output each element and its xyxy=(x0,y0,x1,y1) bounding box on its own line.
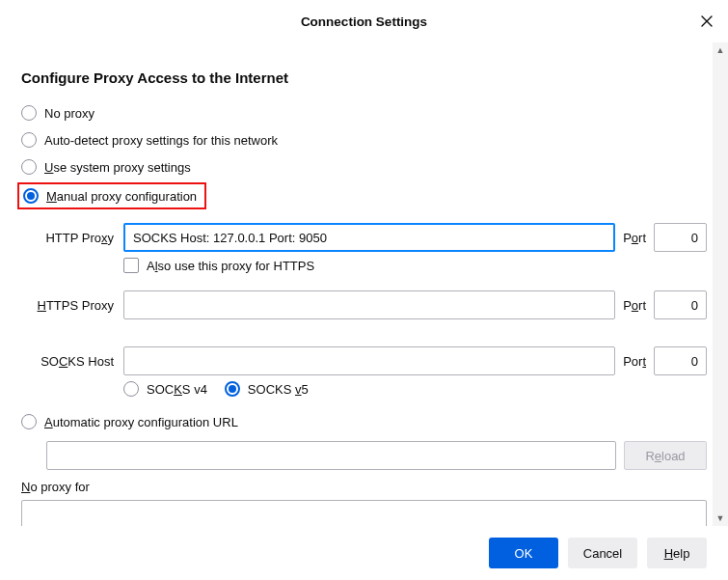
checkbox-icon xyxy=(123,258,139,273)
also-use-https-label: Also use this proxy for HTTPS xyxy=(147,259,314,273)
https-proxy-row: HTTPS Proxy Port xyxy=(21,290,707,319)
close-icon xyxy=(700,14,714,28)
ok-button[interactable]: OK xyxy=(489,538,558,568)
section-heading: Configure Proxy Access to the Internet xyxy=(21,69,707,86)
http-port-label: Port xyxy=(623,231,646,245)
socks-port-label: Port xyxy=(623,354,646,369)
mode-radio-auto-detect[interactable]: Auto-detect proxy settings for this netw… xyxy=(21,126,707,153)
pac-url-row: Reload xyxy=(46,441,707,470)
radio-icon-checked xyxy=(225,381,240,397)
reload-button[interactable]: Reload xyxy=(624,441,707,470)
radio-label: SOCKS v5 xyxy=(248,382,309,397)
help-button[interactable]: Help xyxy=(647,538,707,568)
socks-v4-radio[interactable]: SOCKS v4 xyxy=(123,381,207,397)
radio-icon xyxy=(21,105,37,121)
radio-label: Manual proxy configuration xyxy=(46,189,197,204)
radio-icon-checked xyxy=(23,188,39,204)
http-proxy-input[interactable] xyxy=(123,223,615,252)
radio-label: No proxy xyxy=(44,106,94,121)
http-port-input[interactable] xyxy=(654,223,707,252)
close-button[interactable] xyxy=(695,10,718,33)
no-proxy-for-label: No proxy for xyxy=(21,480,707,494)
https-proxy-input[interactable] xyxy=(123,290,615,319)
mode-radio-manual-highlight: Manual proxy configuration xyxy=(17,182,206,209)
http-proxy-label: HTTP Proxy xyxy=(21,231,116,245)
socks-host-row: SOCKS Host Port xyxy=(21,346,707,375)
https-proxy-label: HTTPS Proxy xyxy=(21,298,116,313)
http-proxy-row: HTTP Proxy Port xyxy=(21,223,707,252)
socks-v5-radio[interactable]: SOCKS v5 xyxy=(225,381,309,397)
radio-label: SOCKS v4 xyxy=(147,382,207,397)
radio-icon xyxy=(123,381,139,397)
mode-radio-pac[interactable]: Automatic proxy configuration URL xyxy=(21,408,707,435)
cancel-button[interactable]: Cancel xyxy=(568,538,637,568)
also-use-https-row[interactable]: Also use this proxy for HTTPS xyxy=(123,258,707,273)
mode-radio-no-proxy[interactable]: No proxy xyxy=(21,99,707,126)
pac-url-input[interactable] xyxy=(46,441,616,470)
dialog-content: Configure Proxy Access to the Internet N… xyxy=(0,42,728,526)
dialog-title: Connection Settings xyxy=(301,14,427,29)
radio-icon xyxy=(21,159,37,175)
radio-label: Auto-detect proxy settings for this netw… xyxy=(44,133,278,148)
socks-port-input[interactable] xyxy=(654,346,707,375)
radio-icon xyxy=(21,414,37,429)
dialog-footer: OK Cancel Help xyxy=(0,526,728,580)
https-port-input[interactable] xyxy=(654,290,707,319)
https-port-label: Port xyxy=(623,298,646,313)
socks-host-input[interactable] xyxy=(123,346,615,375)
radio-label: Use system proxy settings xyxy=(44,160,191,175)
radio-label: Automatic proxy configuration URL xyxy=(44,415,238,429)
dialog-titlebar: Connection Settings xyxy=(0,0,728,42)
mode-radio-manual[interactable]: Manual proxy configuration xyxy=(23,188,197,204)
socks-version-group: SOCKS v4 SOCKS v5 xyxy=(123,381,707,397)
radio-icon xyxy=(21,132,37,148)
no-proxy-for-input[interactable] xyxy=(21,500,707,526)
mode-radio-system-proxy[interactable]: Use system proxy settings xyxy=(21,153,707,180)
socks-host-label: SOCKS Host xyxy=(21,354,116,369)
